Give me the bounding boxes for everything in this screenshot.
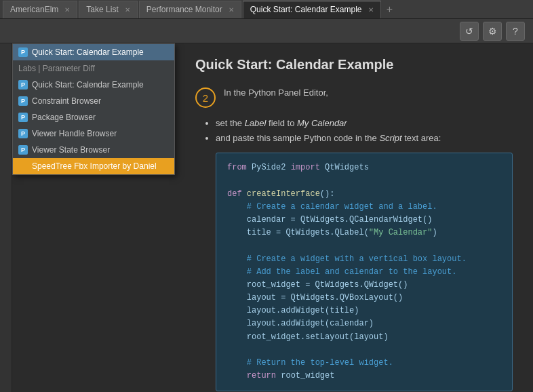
python-icon: P: [18, 96, 28, 106]
dropdown-item-viewerhandle[interactable]: P Viewer Handle Browser: [13, 125, 174, 142]
main-area: P Quick Start: Calendar Example Labs | P…: [0, 43, 533, 392]
dropdown-item-label: Constraint Browser: [32, 96, 101, 106]
bullet-item-2: and paste this sample Python code in the…: [216, 131, 513, 146]
close-icon[interactable]: ✕: [368, 6, 374, 14]
tab-label: Performance Monitor: [146, 5, 222, 14]
tab-bar: AmericanElm ✕ Take List ✕ Performance Mo…: [0, 0, 533, 19]
dropdown-item-label: Viewer Handle Browser: [32, 129, 117, 138]
python-icon: P: [18, 129, 28, 138]
refresh-icon: ↺: [465, 26, 473, 37]
dropdown-item-label: Viewer State Browser: [32, 145, 110, 155]
dropdown-divider: Labs | Parameter Diff: [13, 60, 174, 77]
step2-container: 2 In the Python Panel Editor,: [195, 86, 513, 108]
gear-icon: ⚙: [488, 26, 497, 37]
bullet-list: set the Label field to My Calendar and p…: [216, 116, 513, 146]
tab-takelist[interactable]: Take List ✕: [79, 1, 137, 18]
bullet-item-1: set the Label field to My Calendar: [216, 116, 513, 131]
help-icon: ?: [513, 26, 518, 37]
dropdown-item-quickstart[interactable]: P Quick Start: Calendar Example: [13, 77, 174, 93]
help-button[interactable]: ?: [506, 22, 525, 41]
code-block: from PySide2 import QtWidgets def create…: [216, 153, 513, 391]
add-tab-button[interactable]: +: [382, 2, 397, 17]
tab-perfmonitor[interactable]: Performance Monitor ✕: [139, 1, 241, 18]
article-title: Quick Start: Calendar Example: [195, 57, 513, 73]
dropdown-header[interactable]: P Quick Start: Calendar Example: [13, 44, 174, 60]
python-icon: P: [18, 47, 28, 57]
settings-button[interactable]: ⚙: [483, 22, 502, 41]
dropdown-item-label: Package Browser: [32, 113, 96, 122]
step2-circle: 2: [195, 87, 216, 108]
left-sidebar: [0, 43, 12, 392]
dropdown-item-label: SpeedTree Fbx Importer by Daniel: [32, 161, 157, 171]
dropdown-item-label: Quick Start: Calendar Example: [32, 80, 144, 90]
tab-label: Take List: [86, 5, 118, 14]
content-area: P Quick Start: Calendar Example Labs | P…: [12, 43, 533, 392]
tab-quickstart[interactable]: Quick Start: Calendar Example ✕: [243, 1, 381, 18]
dropdown-item-constraint[interactable]: P Constraint Browser: [13, 93, 174, 109]
python-icon: P: [18, 113, 28, 122]
dropdown-menu: P Quick Start: Calendar Example Labs | P…: [12, 43, 175, 175]
tab-americanelm[interactable]: AmericanElm ✕: [3, 1, 77, 18]
close-icon[interactable]: ✕: [64, 6, 70, 14]
step2-description: In the Python Panel Editor,: [224, 87, 328, 98]
close-icon[interactable]: ✕: [229, 6, 234, 14]
orange-icon: [18, 161, 28, 171]
tab-label: Quick Start: Calendar Example: [250, 5, 362, 14]
refresh-button[interactable]: ↺: [460, 22, 479, 41]
dropdown-item-viewerstate[interactable]: P Viewer State Browser: [13, 142, 174, 158]
close-icon[interactable]: ✕: [125, 6, 130, 14]
top-toolbar: ↺ ⚙ ?: [0, 19, 533, 43]
dropdown-item-speedtree[interactable]: SpeedTree Fbx Importer by Daniel: [13, 158, 174, 174]
python-icon: P: [18, 80, 28, 90]
dropdown-header-label: Quick Start: Calendar Example: [32, 47, 144, 57]
tab-label: AmericanElm: [10, 5, 58, 14]
divider-label: Labs | Parameter Diff: [18, 64, 95, 73]
dropdown-item-package[interactable]: P Package Browser: [13, 109, 174, 125]
step2-text: In the Python Panel Editor,: [224, 86, 328, 100]
step2-number: 2: [203, 92, 208, 104]
python-icon: P: [18, 145, 28, 155]
